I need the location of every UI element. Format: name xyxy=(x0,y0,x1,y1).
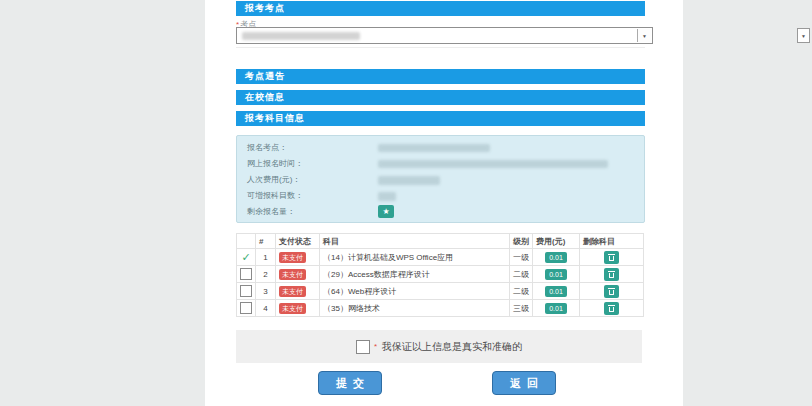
header-subject: 科目 xyxy=(320,234,510,249)
redacted-value xyxy=(378,144,490,152)
delete-subject-button[interactable] xyxy=(604,285,619,298)
row-index: 2 xyxy=(256,266,276,283)
info-row-extra-subjects: 可增报科目数： xyxy=(247,189,637,203)
accordion-subject-info[interactable]: 报考科目信息 xyxy=(236,111,645,126)
subject-level: 二级 xyxy=(510,283,533,300)
pay-status-badge: 未支付 xyxy=(279,286,306,297)
info-row-remaining-quota: 剩余报名量： ★ xyxy=(247,205,637,219)
table-row: 2 未支付 （29）Access数据库程序设计 二级 0.01 xyxy=(237,266,644,283)
subject-name: （35）网络技术 xyxy=(320,300,510,317)
header-delete: 删除科目 xyxy=(580,234,644,249)
trash-icon xyxy=(608,304,615,312)
delete-subject-button[interactable] xyxy=(604,268,619,281)
page: 报考考点 *考点 ▼ 考点通告 在校信息 报考科目信息 报名考点： 网上报名时间… xyxy=(0,0,812,406)
confirm-section: * 我保证以上信息是真实和准确的 xyxy=(236,330,642,363)
fee-badge: 0.01 xyxy=(545,286,567,297)
header-fee: 费用(元) xyxy=(533,234,580,249)
redacted-site-value xyxy=(242,32,360,40)
trash-icon xyxy=(608,253,615,261)
redacted-value xyxy=(378,176,440,185)
section-header-exam-site: 报考考点 xyxy=(236,1,645,16)
table-header-row: # 支付状态 科目 级别 费用(元) 删除科目 xyxy=(237,234,644,249)
registration-info-panel: 报名考点： 网上报名时间： 人次费用(元)： 可增报科目数： 剩余报名量： ★ xyxy=(236,135,645,223)
accordion-school-info[interactable]: 在校信息 xyxy=(236,90,645,105)
confirm-checkbox[interactable] xyxy=(356,340,370,354)
table-row: 4 未支付 （35）网络技术 三级 0.01 xyxy=(237,300,644,317)
view-quota-button[interactable]: ★ xyxy=(378,205,394,218)
fee-badge: 0.01 xyxy=(545,269,567,280)
info-row-site: 报名考点： xyxy=(247,141,637,155)
info-row-time: 网上报名时间： xyxy=(247,157,637,171)
site-select[interactable]: ▼ xyxy=(236,27,653,44)
pay-status-badge: 未支付 xyxy=(279,252,306,263)
subject-level: 一级 xyxy=(510,249,533,266)
trash-icon xyxy=(608,270,615,278)
row-checkbox[interactable] xyxy=(240,302,252,314)
subjects-table: # 支付状态 科目 级别 费用(元) 删除科目 ✓ 1 未支付 （14）计算机基… xyxy=(236,233,644,317)
subject-name: （64）Web程序设计 xyxy=(320,283,510,300)
delete-subject-button[interactable] xyxy=(604,251,619,264)
header-select xyxy=(237,234,256,249)
header-level: 级别 xyxy=(510,234,533,249)
confirm-statement: 我保证以上信息是真实和准确的 xyxy=(382,340,522,354)
subject-level: 三级 xyxy=(510,300,533,317)
info-row-fee: 人次费用(元)： xyxy=(247,173,637,187)
back-button[interactable]: 返回 xyxy=(492,371,556,395)
row-checkbox[interactable] xyxy=(240,268,252,280)
pay-status-badge: 未支付 xyxy=(279,303,306,314)
delete-subject-button[interactable] xyxy=(604,302,619,315)
pay-status-badge: 未支付 xyxy=(279,269,306,280)
required-mark: * xyxy=(374,342,377,351)
floating-dropdown-arrow[interactable]: ▼ xyxy=(797,28,810,43)
submit-button[interactable]: 提交 xyxy=(318,371,382,395)
row-checkbox[interactable] xyxy=(240,285,252,297)
fee-badge: 0.01 xyxy=(545,303,567,314)
divider xyxy=(236,47,645,48)
table-row: 3 未支付 （64）Web程序设计 二级 0.01 xyxy=(237,283,644,300)
table-row: ✓ 1 未支付 （14）计算机基础及WPS Office应用 一级 0.01 xyxy=(237,249,644,266)
accordion-site-notice[interactable]: 考点通告 xyxy=(236,69,645,84)
row-index: 4 xyxy=(256,300,276,317)
chevron-down-icon[interactable]: ▼ xyxy=(637,29,651,42)
header-index: # xyxy=(256,234,276,249)
row-index: 1 xyxy=(256,249,276,266)
header-pay-status: 支付状态 xyxy=(276,234,320,249)
row-index: 3 xyxy=(256,283,276,300)
trash-icon xyxy=(608,287,615,295)
subject-name: （14）计算机基础及WPS Office应用 xyxy=(320,249,510,266)
redacted-value xyxy=(378,192,396,201)
fee-badge: 0.01 xyxy=(545,252,567,263)
redacted-value xyxy=(378,160,608,168)
selected-check-icon: ✓ xyxy=(241,251,250,263)
subject-level: 二级 xyxy=(510,266,533,283)
subject-name: （29）Access数据库程序设计 xyxy=(320,266,510,283)
star-icon: ★ xyxy=(382,207,389,216)
